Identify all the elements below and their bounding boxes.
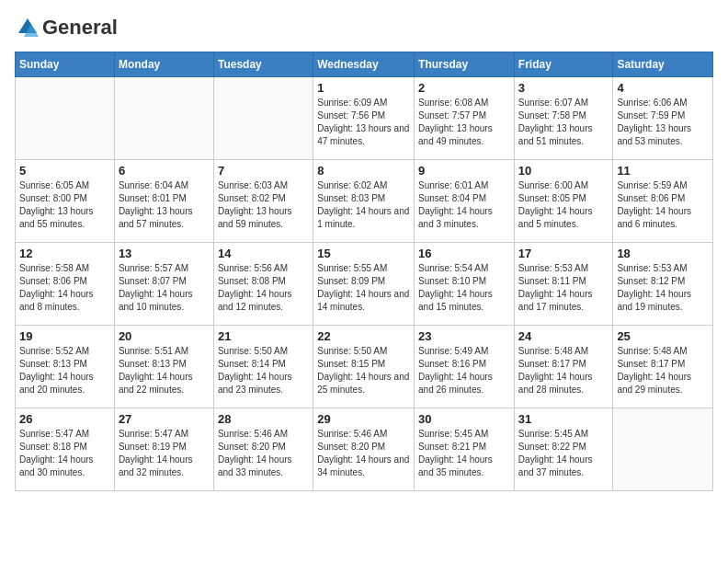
calendar-cell: 6Sunrise: 6:04 AMSunset: 8:01 PMDaylight…	[114, 160, 213, 243]
day-header-wednesday: Wednesday	[313, 52, 415, 77]
day-number: 21	[218, 329, 309, 343]
calendar-cell: 19Sunrise: 5:52 AMSunset: 8:13 PMDayligh…	[16, 326, 115, 408]
day-info: Sunrise: 5:48 AMSunset: 8:17 PMDaylight:…	[617, 345, 709, 396]
day-number: 17	[518, 247, 609, 260]
day-number: 15	[317, 247, 410, 260]
calendar-cell: 5Sunrise: 6:05 AMSunset: 8:00 PMDaylight…	[16, 160, 115, 243]
day-info: Sunrise: 5:53 AMSunset: 8:12 PMDaylight:…	[617, 262, 709, 314]
calendar-cell: 12Sunrise: 5:58 AMSunset: 8:06 PMDayligh…	[16, 243, 115, 326]
calendar-cell: 3Sunrise: 6:07 AMSunset: 7:58 PMDaylight…	[514, 77, 613, 160]
day-number: 12	[19, 247, 110, 260]
day-info: Sunrise: 5:45 AMSunset: 8:21 PMDaylight:…	[418, 428, 510, 479]
calendar-cell: 7Sunrise: 6:03 AMSunset: 8:02 PMDaylight…	[213, 160, 313, 243]
calendar-cell: 24Sunrise: 5:48 AMSunset: 8:17 PMDayligh…	[514, 326, 613, 408]
day-info: Sunrise: 5:48 AMSunset: 8:17 PMDaylight:…	[518, 345, 609, 396]
day-number: 31	[518, 412, 609, 426]
day-header-monday: Monday	[114, 52, 213, 77]
day-header-friday: Friday	[514, 52, 613, 77]
day-info: Sunrise: 5:51 AMSunset: 8:13 PMDaylight:…	[119, 345, 210, 396]
day-number: 8	[317, 164, 410, 178]
calendar-cell	[16, 77, 115, 160]
day-number: 5	[19, 164, 110, 178]
calendar-cell: 28Sunrise: 5:46 AMSunset: 8:20 PMDayligh…	[213, 408, 313, 491]
day-info: Sunrise: 5:59 AMSunset: 8:06 PMDaylight:…	[617, 179, 709, 231]
calendar-cell: 1Sunrise: 6:09 AMSunset: 7:56 PMDaylight…	[313, 77, 415, 160]
calendar-cell: 16Sunrise: 5:54 AMSunset: 8:10 PMDayligh…	[415, 243, 515, 326]
calendar-cell: 21Sunrise: 5:50 AMSunset: 8:14 PMDayligh…	[213, 326, 313, 408]
day-number: 19	[19, 329, 110, 343]
logo: General	[15, 15, 118, 40]
day-info: Sunrise: 6:08 AMSunset: 7:57 PMDaylight:…	[418, 97, 510, 148]
day-number: 13	[119, 247, 210, 260]
calendar-cell: 23Sunrise: 5:49 AMSunset: 8:16 PMDayligh…	[415, 326, 515, 408]
day-number: 29	[317, 412, 410, 426]
day-info: Sunrise: 6:01 AMSunset: 8:04 PMDaylight:…	[418, 179, 510, 231]
day-number: 25	[617, 329, 709, 343]
day-number: 11	[617, 164, 709, 178]
calendar-cell: 18Sunrise: 5:53 AMSunset: 8:12 PMDayligh…	[613, 243, 713, 326]
day-info: Sunrise: 5:55 AMSunset: 8:09 PMDaylight:…	[317, 262, 410, 314]
day-info: Sunrise: 5:46 AMSunset: 8:20 PMDaylight:…	[218, 428, 309, 479]
day-info: Sunrise: 6:03 AMSunset: 8:02 PMDaylight:…	[218, 179, 309, 231]
calendar-cell: 8Sunrise: 6:02 AMSunset: 8:03 PMDaylight…	[313, 160, 415, 243]
calendar-cell: 26Sunrise: 5:47 AMSunset: 8:18 PMDayligh…	[16, 408, 115, 491]
logo-icon	[15, 15, 40, 40]
calendar-cell: 2Sunrise: 6:08 AMSunset: 7:57 PMDaylight…	[415, 77, 515, 160]
day-number: 30	[418, 412, 510, 426]
day-info: Sunrise: 5:57 AMSunset: 8:07 PMDaylight:…	[119, 262, 210, 314]
day-number: 1	[317, 81, 410, 95]
day-info: Sunrise: 6:09 AMSunset: 7:56 PMDaylight:…	[317, 97, 410, 148]
day-number: 16	[418, 247, 510, 260]
day-number: 7	[218, 164, 309, 178]
day-info: Sunrise: 6:06 AMSunset: 7:59 PMDaylight:…	[617, 97, 709, 148]
calendar-cell: 27Sunrise: 5:47 AMSunset: 8:19 PMDayligh…	[114, 408, 213, 491]
day-header-thursday: Thursday	[415, 52, 515, 77]
day-info: Sunrise: 5:50 AMSunset: 8:15 PMDaylight:…	[317, 345, 410, 396]
calendar-cell: 4Sunrise: 6:06 AMSunset: 7:59 PMDaylight…	[613, 77, 713, 160]
day-info: Sunrise: 6:07 AMSunset: 7:58 PMDaylight:…	[518, 97, 609, 148]
day-info: Sunrise: 5:56 AMSunset: 8:08 PMDaylight:…	[218, 262, 309, 314]
day-info: Sunrise: 5:47 AMSunset: 8:18 PMDaylight:…	[19, 428, 110, 479]
calendar-cell: 22Sunrise: 5:50 AMSunset: 8:15 PMDayligh…	[313, 326, 415, 408]
calendar-header-row: SundayMondayTuesdayWednesdayThursdayFrid…	[16, 52, 713, 77]
calendar-cell	[213, 77, 313, 160]
day-header-tuesday: Tuesday	[213, 52, 313, 77]
day-info: Sunrise: 5:45 AMSunset: 8:22 PMDaylight:…	[518, 428, 609, 479]
calendar-cell: 17Sunrise: 5:53 AMSunset: 8:11 PMDayligh…	[514, 243, 613, 326]
calendar-cell: 11Sunrise: 5:59 AMSunset: 8:06 PMDayligh…	[613, 160, 713, 243]
day-number: 24	[518, 329, 609, 343]
day-info: Sunrise: 5:53 AMSunset: 8:11 PMDaylight:…	[518, 262, 609, 314]
calendar-week-3: 12Sunrise: 5:58 AMSunset: 8:06 PMDayligh…	[16, 243, 713, 326]
day-info: Sunrise: 6:02 AMSunset: 8:03 PMDaylight:…	[317, 179, 410, 231]
day-info: Sunrise: 5:52 AMSunset: 8:13 PMDaylight:…	[19, 345, 110, 396]
day-info: Sunrise: 6:05 AMSunset: 8:00 PMDaylight:…	[19, 179, 110, 231]
calendar-cell: 13Sunrise: 5:57 AMSunset: 8:07 PMDayligh…	[114, 243, 213, 326]
calendar-cell: 9Sunrise: 6:01 AMSunset: 8:04 PMDaylight…	[415, 160, 515, 243]
day-header-sunday: Sunday	[16, 52, 115, 77]
day-number: 4	[617, 81, 709, 95]
calendar-week-1: 1Sunrise: 6:09 AMSunset: 7:56 PMDaylight…	[16, 77, 713, 160]
day-number: 22	[317, 329, 410, 343]
calendar-cell: 20Sunrise: 5:51 AMSunset: 8:13 PMDayligh…	[114, 326, 213, 408]
day-number: 10	[518, 164, 609, 178]
day-info: Sunrise: 5:46 AMSunset: 8:20 PMDaylight:…	[317, 428, 410, 479]
day-number: 2	[418, 81, 510, 95]
calendar-week-4: 19Sunrise: 5:52 AMSunset: 8:13 PMDayligh…	[16, 326, 713, 408]
calendar-cell: 31Sunrise: 5:45 AMSunset: 8:22 PMDayligh…	[514, 408, 613, 491]
calendar-cell: 25Sunrise: 5:48 AMSunset: 8:17 PMDayligh…	[613, 326, 713, 408]
day-number: 18	[617, 247, 709, 260]
day-info: Sunrise: 5:49 AMSunset: 8:16 PMDaylight:…	[418, 345, 510, 396]
day-info: Sunrise: 5:58 AMSunset: 8:06 PMDaylight:…	[19, 262, 110, 314]
day-number: 14	[218, 247, 309, 260]
day-number: 23	[418, 329, 510, 343]
day-info: Sunrise: 6:00 AMSunset: 8:05 PMDaylight:…	[518, 179, 609, 231]
calendar-cell	[613, 408, 713, 491]
day-info: Sunrise: 5:54 AMSunset: 8:10 PMDaylight:…	[418, 262, 510, 314]
calendar-cell: 30Sunrise: 5:45 AMSunset: 8:21 PMDayligh…	[415, 408, 515, 491]
day-header-saturday: Saturday	[613, 52, 713, 77]
calendar-week-5: 26Sunrise: 5:47 AMSunset: 8:18 PMDayligh…	[16, 408, 713, 491]
day-info: Sunrise: 6:04 AMSunset: 8:01 PMDaylight:…	[119, 179, 210, 231]
calendar-week-2: 5Sunrise: 6:05 AMSunset: 8:00 PMDaylight…	[16, 160, 713, 243]
day-number: 27	[119, 412, 210, 426]
logo-text: General	[42, 17, 118, 39]
